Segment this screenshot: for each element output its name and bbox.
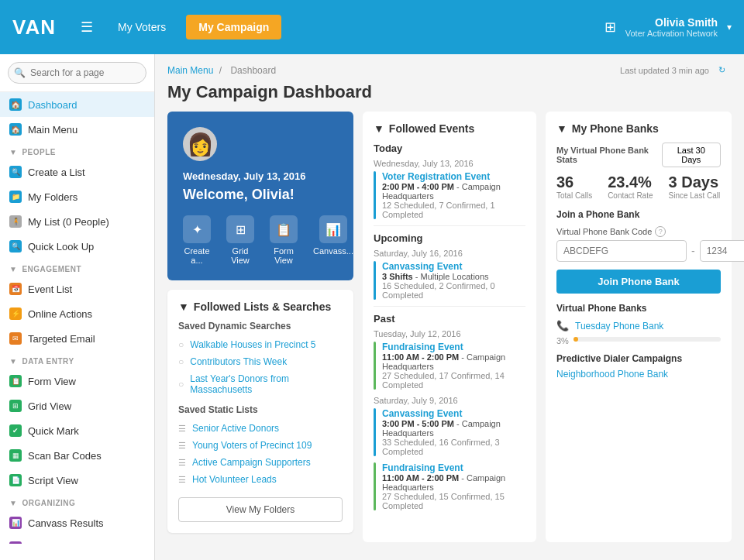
- sidebar-item-online-actions[interactable]: ⚡ Online Actions: [0, 301, 154, 326]
- sidebar-item-script-view[interactable]: 📄 Script View: [0, 468, 154, 493]
- events-panel-title: ▼ Followed Events: [374, 122, 525, 135]
- upcoming-heading: Upcoming: [374, 232, 525, 244]
- dash-separator: -: [691, 240, 695, 262]
- static-lists-title: Saved Static Lists: [178, 404, 343, 415]
- search-icon: 🔍: [14, 67, 26, 78]
- static-item-2[interactable]: ☰ Active Campaign Supporters: [178, 454, 343, 471]
- dynamic-item-1[interactable]: ○ Contributors This Week: [178, 353, 343, 370]
- section-organizing[interactable]: ▼ ORGANIZING: [0, 493, 154, 510]
- sidebar-item-script-view-label: Script View: [28, 475, 78, 486]
- welcome-card: 👩 Wednesday, July 13, 2016 Welcome, Oliv…: [167, 112, 353, 280]
- content-grid: 👩 Wednesday, July 13, 2016 Welcome, Oliv…: [167, 112, 732, 542]
- action-create[interactable]: ✦ Create a...: [183, 215, 211, 265]
- section-data-entry-caret: ▼: [9, 357, 17, 366]
- layout: 🔍 🏠 Dashboard 🏠 Main Menu ▼ PEOPLE 🔍 Cre…: [0, 54, 744, 560]
- stats-period-button[interactable]: Last 30 Days: [662, 143, 721, 167]
- my-voters-button[interactable]: My Voters: [110, 16, 174, 38]
- progress-row: 3%: [556, 336, 721, 345]
- followed-lists-title: ▼ Followed Lists & Searches: [178, 301, 343, 313]
- section-engagement-caret: ▼: [9, 265, 17, 273]
- sidebar-item-targeted-email-label: Targeted Email: [28, 333, 95, 345]
- view-folders-button[interactable]: View My Folders: [178, 497, 343, 522]
- sidebar-item-minivan-commit[interactable]: 📱 MiniVAN Commit: [0, 535, 154, 544]
- grid-icon[interactable]: ⊞: [604, 19, 616, 36]
- last-call-stat: 3 Days Since Last Call: [669, 173, 721, 200]
- main-menu-icon: 🏠: [9, 123, 22, 136]
- event-fundraising-1: Fundraising Event 11:00 AM - 2:00 PM - C…: [374, 342, 525, 390]
- dynamic-item-2[interactable]: ○ Last Year's Donors from Massachusetts: [178, 370, 343, 398]
- static-item-3[interactable]: ☰ Hot Volunteer Leads: [178, 471, 343, 488]
- upcoming-date: Saturday, July 16, 2016: [374, 249, 525, 258]
- event-fundraising-1-name[interactable]: Fundraising Event: [382, 342, 525, 352]
- my-list-icon: 🧍: [9, 215, 22, 228]
- create-icon: ✦: [183, 215, 211, 243]
- event-canvassing-past-name[interactable]: Canvassing Event: [382, 408, 525, 419]
- section-people-label: PEOPLE: [22, 148, 56, 156]
- breadcrumb-dashboard: Dashboard: [230, 65, 276, 76]
- sidebar-item-my-folders[interactable]: 📁 My Folders: [0, 184, 154, 209]
- hamburger-button[interactable]: ☰: [76, 15, 98, 39]
- tuesday-phone-bank-name[interactable]: Tuesday Phone Bank: [575, 321, 663, 332]
- sidebar-item-create-list[interactable]: 🔍 Create a List: [0, 160, 154, 184]
- search-input[interactable]: [8, 62, 146, 84]
- section-people-caret: ▼: [9, 148, 17, 156]
- event-fundraising-2-name[interactable]: Fundraising Event: [382, 462, 525, 473]
- breadcrumb-main-menu[interactable]: Main Menu: [167, 65, 213, 76]
- join-phone-bank-button[interactable]: Join Phone Bank: [556, 270, 721, 294]
- action-canvass[interactable]: 📊 Canvass...: [313, 215, 353, 265]
- event-voter-reg-name[interactable]: Voter Registration Event: [382, 171, 525, 182]
- event-bar-blue: [374, 171, 376, 219]
- section-data-entry[interactable]: ▼ DATA ENTRY: [0, 351, 154, 369]
- sidebar-item-form-view[interactable]: 📋 Form View: [0, 369, 154, 393]
- sidebar-item-scan-bar-codes[interactable]: ▦ Scan Bar Codes: [0, 443, 154, 468]
- sidebar-item-event-list[interactable]: 📅 Event List: [0, 277, 154, 301]
- sidebar-scroll: 🏠 Dashboard 🏠 Main Menu ▼ PEOPLE 🔍 Creat…: [0, 92, 154, 544]
- static-item-0[interactable]: ☰ Senior Active Donors: [178, 420, 343, 437]
- event-canvassing-upcoming-name[interactable]: Canvassing Event: [382, 261, 525, 272]
- events-title-label: Followed Events: [389, 122, 474, 135]
- section-engagement[interactable]: ▼ ENGAGEMENT: [0, 259, 154, 277]
- progress-percent: 3%: [556, 336, 569, 345]
- dashboard-icon: 🏠: [9, 98, 22, 111]
- event-fundraising-2-content: Fundraising Event 11:00 AM - 2:00 PM - C…: [382, 462, 525, 510]
- sidebar-item-dashboard[interactable]: 🏠 Dashboard: [0, 92, 154, 117]
- total-calls-stat: 36 Total Calls: [556, 173, 592, 200]
- minivan-commit-icon: 📱: [9, 541, 22, 544]
- phone-code-input[interactable]: [556, 240, 687, 262]
- event-canvassing-upcoming-stats: 16 Scheduled, 2 Confirmed, 0 Completed: [382, 281, 525, 300]
- top-right-area: ⊞ Olivia Smith Voter Activation Network …: [604, 16, 732, 38]
- sidebar-item-targeted-email[interactable]: ✉ Targeted Email: [0, 326, 154, 351]
- refresh-icon[interactable]: ↻: [718, 65, 725, 75]
- my-campaign-button[interactable]: My Campaign: [186, 15, 281, 40]
- section-data-entry-label: DATA ENTRY: [22, 357, 74, 366]
- sidebar-item-quick-lookup[interactable]: 🔍 Quick Look Up: [0, 234, 154, 259]
- neighborhood-phone-bank[interactable]: Neighborhood Phone Bank: [556, 369, 721, 380]
- static-item-0-label: Senior Active Donors: [192, 423, 279, 434]
- phone-pin-input[interactable]: [700, 240, 744, 262]
- last-updated: Last updated 3 min ago ↻: [617, 65, 728, 75]
- script-view-icon: 📄: [9, 474, 22, 486]
- phone-panel-title: ▼ My Phone Banks: [556, 122, 721, 135]
- welcome-date: Wednesday, July 13, 2016: [183, 170, 338, 182]
- last-updated-text: Last updated 3 min ago: [620, 66, 709, 75]
- past-heading: Past: [374, 313, 525, 325]
- dynamic-item-0[interactable]: ○ Walkable Houses in Precinct 5: [178, 336, 343, 353]
- user-dropdown-arrow[interactable]: ▾: [727, 22, 732, 33]
- sidebar-item-quick-mark[interactable]: ✔ Quick Mark: [0, 418, 154, 443]
- sidebar-item-canvass-results[interactable]: 📊 Canvass Results: [0, 510, 154, 535]
- sidebar-item-main-menu[interactable]: 🏠 Main Menu: [0, 117, 154, 142]
- sidebar-item-grid-view[interactable]: ⊞ Grid View: [0, 393, 154, 418]
- info-icon[interactable]: ?: [655, 226, 666, 237]
- welcome-greeting: Welcome, Olivia!: [183, 187, 338, 203]
- action-grid-view[interactable]: ⊞ Grid View: [226, 215, 254, 265]
- dynamic-item-1-icon: ○: [178, 356, 184, 367]
- section-people[interactable]: ▼ PEOPLE: [0, 142, 154, 160]
- event-canvassing-past: Canvassing Event 3:00 PM - 5:00 PM - Cam…: [374, 408, 525, 456]
- static-item-1[interactable]: ☰ Young Voters of Precinct 109: [178, 437, 343, 454]
- dynamic-searches-title: Saved Dynamic Searches: [178, 321, 343, 332]
- past-date-2: Saturday, July 9, 2016: [374, 396, 525, 405]
- static-item-2-label: Active Campaign Supporters: [192, 457, 311, 468]
- action-form-view[interactable]: 📋 Form View: [270, 215, 298, 265]
- page-title: My Campaign Dashboard: [167, 82, 732, 102]
- sidebar-item-my-list[interactable]: 🧍 My List (0 People): [0, 209, 154, 234]
